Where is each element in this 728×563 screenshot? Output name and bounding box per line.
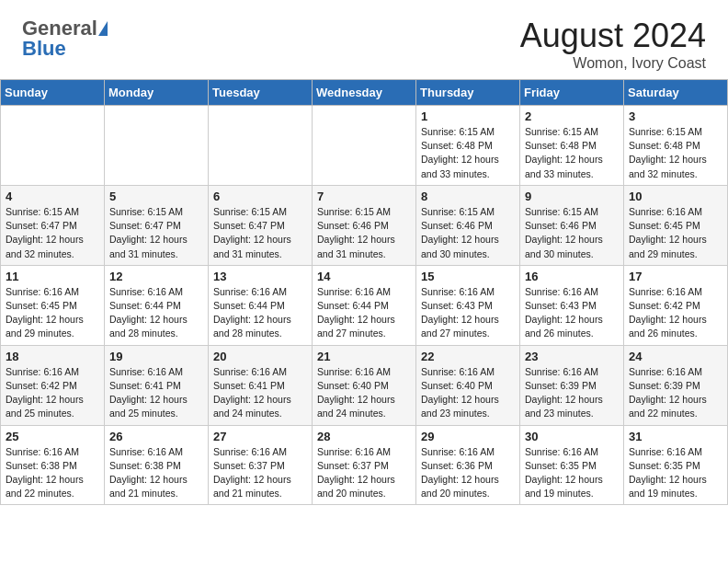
day-cell [313, 106, 416, 186]
day-cell [1, 106, 105, 186]
day-info: Sunrise: 6:16 AM Sunset: 6:41 PM Dayligh… [213, 365, 307, 421]
day-number: 14 [317, 270, 411, 283]
day-number: 4 [6, 190, 99, 203]
weekday-header-wednesday: Wednesday [313, 80, 416, 106]
day-cell: 18Sunrise: 6:16 AM Sunset: 6:42 PM Dayli… [1, 345, 105, 425]
day-cell: 23Sunrise: 6:16 AM Sunset: 6:39 PM Dayli… [520, 345, 624, 425]
day-info: Sunrise: 6:16 AM Sunset: 6:43 PM Dayligh… [525, 285, 619, 341]
day-number: 17 [629, 270, 722, 283]
day-number: 27 [213, 430, 307, 443]
day-info: Sunrise: 6:16 AM Sunset: 6:35 PM Dayligh… [525, 445, 619, 501]
day-cell: 27Sunrise: 6:16 AM Sunset: 6:37 PM Dayli… [209, 425, 313, 505]
day-info: Sunrise: 6:15 AM Sunset: 6:48 PM Dayligh… [421, 125, 515, 181]
day-cell: 15Sunrise: 6:16 AM Sunset: 6:43 PM Dayli… [416, 265, 520, 345]
day-cell: 9Sunrise: 6:15 AM Sunset: 6:46 PM Daylig… [520, 185, 624, 265]
day-number: 16 [525, 270, 619, 283]
day-number: 11 [6, 270, 99, 283]
day-cell: 12Sunrise: 6:16 AM Sunset: 6:44 PM Dayli… [105, 265, 209, 345]
day-number: 6 [213, 190, 307, 203]
day-info: Sunrise: 6:16 AM Sunset: 6:39 PM Dayligh… [629, 365, 722, 421]
day-number: 25 [6, 430, 99, 443]
weekday-header-sunday: Sunday [1, 80, 105, 106]
day-number: 15 [421, 270, 515, 283]
day-cell: 11Sunrise: 6:16 AM Sunset: 6:45 PM Dayli… [1, 265, 105, 345]
day-cell: 30Sunrise: 6:16 AM Sunset: 6:35 PM Dayli… [520, 425, 624, 505]
day-info: Sunrise: 6:16 AM Sunset: 6:38 PM Dayligh… [6, 445, 99, 501]
weekday-header-row: SundayMondayTuesdayWednesdayThursdayFrid… [1, 80, 728, 106]
day-cell: 10Sunrise: 6:16 AM Sunset: 6:45 PM Dayli… [624, 185, 728, 265]
day-cell: 8Sunrise: 6:15 AM Sunset: 6:46 PM Daylig… [416, 185, 520, 265]
day-info: Sunrise: 6:16 AM Sunset: 6:40 PM Dayligh… [421, 365, 515, 421]
day-number: 19 [109, 350, 203, 363]
day-number: 30 [525, 430, 619, 443]
weekday-header-monday: Monday [105, 80, 209, 106]
day-info: Sunrise: 6:16 AM Sunset: 6:37 PM Dayligh… [213, 445, 307, 501]
day-cell: 6Sunrise: 6:15 AM Sunset: 6:47 PM Daylig… [209, 185, 313, 265]
day-cell: 19Sunrise: 6:16 AM Sunset: 6:41 PM Dayli… [105, 345, 209, 425]
day-info: Sunrise: 6:15 AM Sunset: 6:48 PM Dayligh… [629, 125, 722, 181]
day-cell: 5Sunrise: 6:15 AM Sunset: 6:47 PM Daylig… [105, 185, 209, 265]
day-cell: 3Sunrise: 6:15 AM Sunset: 6:48 PM Daylig… [624, 106, 728, 186]
weekday-header-saturday: Saturday [624, 80, 728, 106]
day-cell: 20Sunrise: 6:16 AM Sunset: 6:41 PM Dayli… [209, 345, 313, 425]
day-number: 21 [317, 350, 411, 363]
day-cell: 24Sunrise: 6:16 AM Sunset: 6:39 PM Dayli… [624, 345, 728, 425]
calendar-title: August 2024 [520, 17, 706, 55]
day-cell: 17Sunrise: 6:16 AM Sunset: 6:42 PM Dayli… [624, 265, 728, 345]
week-row-3: 11Sunrise: 6:16 AM Sunset: 6:45 PM Dayli… [1, 265, 728, 345]
day-number: 5 [109, 190, 203, 203]
day-number: 24 [629, 350, 722, 363]
day-number: 1 [421, 109, 515, 123]
week-row-4: 18Sunrise: 6:16 AM Sunset: 6:42 PM Dayli… [1, 345, 728, 425]
day-info: Sunrise: 6:16 AM Sunset: 6:37 PM Dayligh… [317, 445, 411, 501]
logo: General Blue [22, 17, 108, 61]
day-number: 7 [317, 190, 411, 203]
day-number: 18 [6, 350, 99, 363]
calendar-subtitle: Womon, Ivory Coast [520, 55, 706, 72]
logo-blue-text: Blue [22, 37, 66, 61]
day-info: Sunrise: 6:15 AM Sunset: 6:47 PM Dayligh… [6, 205, 99, 261]
day-cell: 26Sunrise: 6:16 AM Sunset: 6:38 PM Dayli… [105, 425, 209, 505]
day-info: Sunrise: 6:16 AM Sunset: 6:43 PM Dayligh… [421, 285, 515, 341]
logo-icon [98, 21, 108, 36]
day-info: Sunrise: 6:16 AM Sunset: 6:36 PM Dayligh… [421, 445, 515, 501]
day-info: Sunrise: 6:16 AM Sunset: 6:41 PM Dayligh… [109, 365, 203, 421]
day-number: 12 [109, 270, 203, 283]
day-info: Sunrise: 6:16 AM Sunset: 6:38 PM Dayligh… [109, 445, 203, 501]
day-cell: 21Sunrise: 6:16 AM Sunset: 6:40 PM Dayli… [313, 345, 416, 425]
calendar-table: SundayMondayTuesdayWednesdayThursdayFrid… [0, 79, 728, 505]
day-info: Sunrise: 6:15 AM Sunset: 6:47 PM Dayligh… [213, 205, 307, 261]
day-cell: 25Sunrise: 6:16 AM Sunset: 6:38 PM Dayli… [1, 425, 105, 505]
week-row-2: 4Sunrise: 6:15 AM Sunset: 6:47 PM Daylig… [1, 185, 728, 265]
day-cell [209, 106, 313, 186]
day-cell [105, 106, 209, 186]
day-number: 9 [525, 190, 619, 203]
day-cell: 29Sunrise: 6:16 AM Sunset: 6:36 PM Dayli… [416, 425, 520, 505]
day-number: 26 [109, 430, 203, 443]
weekday-header-thursday: Thursday [416, 80, 520, 106]
day-number: 20 [213, 350, 307, 363]
day-info: Sunrise: 6:15 AM Sunset: 6:48 PM Dayligh… [525, 125, 619, 181]
day-info: Sunrise: 6:16 AM Sunset: 6:42 PM Dayligh… [6, 365, 99, 421]
day-info: Sunrise: 6:15 AM Sunset: 6:46 PM Dayligh… [525, 205, 619, 261]
calendar-title-area: August 2024 Womon, Ivory Coast [520, 17, 706, 72]
day-info: Sunrise: 6:15 AM Sunset: 6:46 PM Dayligh… [317, 205, 411, 261]
day-cell: 13Sunrise: 6:16 AM Sunset: 6:44 PM Dayli… [209, 265, 313, 345]
day-info: Sunrise: 6:16 AM Sunset: 6:45 PM Dayligh… [629, 205, 722, 261]
day-number: 22 [421, 350, 515, 363]
day-number: 29 [421, 430, 515, 443]
day-cell: 7Sunrise: 6:15 AM Sunset: 6:46 PM Daylig… [313, 185, 416, 265]
day-cell: 2Sunrise: 6:15 AM Sunset: 6:48 PM Daylig… [520, 106, 624, 186]
day-info: Sunrise: 6:16 AM Sunset: 6:35 PM Dayligh… [629, 445, 722, 501]
day-number: 13 [213, 270, 307, 283]
day-number: 23 [525, 350, 619, 363]
day-info: Sunrise: 6:16 AM Sunset: 6:39 PM Dayligh… [525, 365, 619, 421]
day-number: 10 [629, 190, 722, 203]
week-row-5: 25Sunrise: 6:16 AM Sunset: 6:38 PM Dayli… [1, 425, 728, 505]
day-cell: 4Sunrise: 6:15 AM Sunset: 6:47 PM Daylig… [1, 185, 105, 265]
day-info: Sunrise: 6:16 AM Sunset: 6:44 PM Dayligh… [317, 285, 411, 341]
day-cell: 1Sunrise: 6:15 AM Sunset: 6:48 PM Daylig… [416, 106, 520, 186]
day-number: 8 [421, 190, 515, 203]
page-header: General Blue August 2024 Womon, Ivory Co… [0, 0, 728, 79]
day-number: 3 [629, 109, 722, 123]
